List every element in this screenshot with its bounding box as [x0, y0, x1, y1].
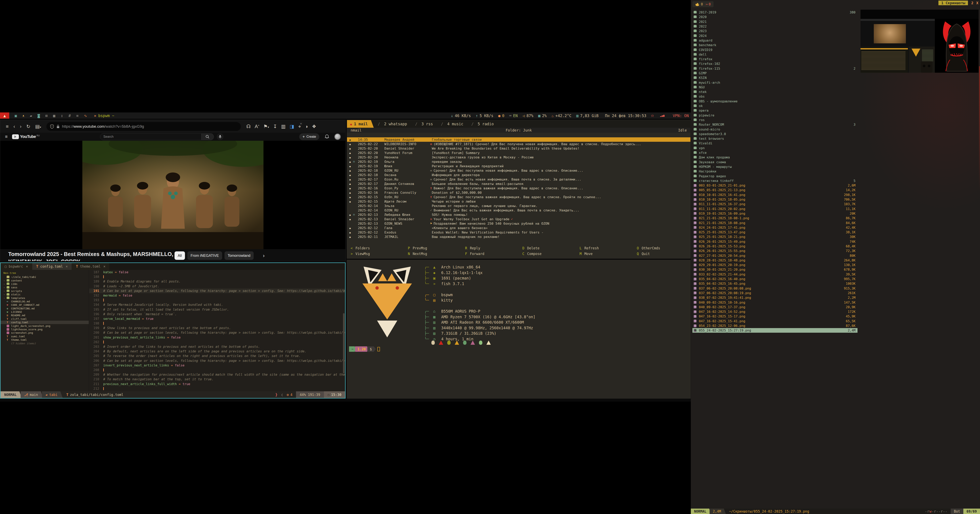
- code-line[interactable]: 189# Enable Mermaid diagrams for all pos…: [89, 279, 345, 284]
- code-line[interactable]: 187katex = false: [89, 270, 345, 274]
- youtube-menu-icon[interactable]: ≡: [5, 134, 8, 139]
- file-entry[interactable]: 2024: [692, 33, 858, 38]
- chips-more-icon[interactable]: ›: [263, 253, 265, 259]
- code-line[interactable]: 200# Can be set at page or section level…: [89, 330, 345, 335]
- tree-item[interactable]: ~/zola_tabi/tabi: [1, 275, 89, 278]
- tree-item[interactable]: light_dark_screenshot.png: [1, 324, 89, 328]
- help-key[interactable]: N: [408, 251, 413, 256]
- file-entry[interactable]: mywifi-arch: [692, 80, 858, 85]
- code-line[interactable]: 191# Can be set at page or section level…: [89, 288, 345, 293]
- email-row[interactable]: 2025-02-18 Оксана Информация для директо…: [347, 173, 690, 177]
- email-row[interactable]: 2025-02-16 Ozon_Py ❢ Важно! Для Вас пост…: [347, 186, 690, 190]
- code-line[interactable]: 207invert_previous_next_article_links = …: [89, 363, 345, 368]
- file-entry[interactable]: 026_26-01-2025_15-55.png 72,3K: [692, 248, 858, 253]
- file-entry[interactable]: 035_04-02-2025_16-45.png 1003K: [692, 281, 858, 286]
- file-entry[interactable]: 010_10-01-2025_18-05.png 706,5K: [692, 197, 858, 202]
- launcher-icon[interactable]: ▰: [30, 113, 32, 118]
- email-row[interactable]: 2025-02-11 JETMAIL Ваш надежный подрядчи…: [347, 234, 690, 239]
- file-entry[interactable]: xfce: [692, 150, 858, 155]
- tree-item[interactable]: README.md: [1, 313, 89, 317]
- email-row[interactable]: 2025-02-13 OZON_NEWS ⚑ Поздравляем! Вам …: [347, 221, 690, 226]
- file-entry[interactable]: benchmark: [692, 43, 858, 48]
- file-entry[interactable]: 027_27-01-2025_20-54.png 80K: [692, 253, 858, 258]
- launcher-icon[interactable]: ◙: [38, 113, 40, 118]
- launcher-icon[interactable]: ▣: [15, 113, 17, 118]
- file-entry[interactable]: 019_19-01-2025_16-09.png 20K: [692, 211, 858, 216]
- email-row[interactable]: 2025-02-15 OzOn_RU ❢ Срочно! Для Вас пос…: [347, 195, 690, 199]
- help-key[interactable]: Q: [637, 251, 642, 256]
- shell-prompt[interactable]: ~ 1.20 $: [349, 346, 380, 352]
- expand-arrow-icon[interactable]: ›: [3, 290, 6, 293]
- close-buffer-icon[interactable]: ×: [103, 264, 105, 269]
- email-row[interactable]: 2025-02-12 Exodus Exodus Wallet: New Ver…: [347, 230, 690, 234]
- tree-item[interactable]: › sass: [1, 286, 89, 289]
- email-row[interactable]: 2025-02-17 Даниил Сотников Большое обнов…: [347, 181, 690, 186]
- darkreader-icon[interactable]: ◑: [305, 124, 308, 129]
- file-entry[interactable]: opera: [692, 108, 858, 113]
- email-row[interactable]: 2025-02-13 Daniel Shnaider ⚒ Your Warmy …: [347, 217, 690, 221]
- chip[interactable]: All: [175, 251, 185, 260]
- file-entry[interactable]: 010_10-01-2025_16-41.png 298,1K: [692, 193, 858, 197]
- email-row[interactable]: 2025-02-16 Frances Connolly Donation of …: [347, 190, 690, 195]
- video-title[interactable]: Tomorrowland 2025 - Best Remixes & Mashu…: [8, 251, 173, 261]
- launcher-icon[interactable]: ▩: [53, 113, 55, 118]
- launcher-icon[interactable]: ∿: [84, 113, 87, 118]
- email-row[interactable]: 14:35 Медведев Андрей Глобальные торговы…: [347, 137, 690, 142]
- bookmark-icon[interactable]: ⚑▾: [263, 124, 269, 129]
- code-line[interactable]: 188: [89, 274, 345, 279]
- email-row[interactable]: 2025-02-15 Идите Лесом Четыре истории о …: [347, 199, 690, 204]
- buffer-tab[interactable]: theme.toml ×: [72, 263, 110, 270]
- workspace-label[interactable]: bspwm ~: [98, 113, 114, 118]
- file-entry[interactable]: 028_28-01-2025_18-48.png 264,8K: [692, 258, 858, 263]
- file-entry[interactable]: firefox-102: [692, 61, 858, 66]
- reload-icon[interactable]: ↻: [26, 124, 30, 129]
- close-buffer-icon[interactable]: ×: [26, 264, 28, 269]
- expand-arrow-icon[interactable]: ›: [3, 279, 6, 282]
- file-entry[interactable]: 026_26-01-2025_15-53.png 68,4K: [692, 244, 858, 248]
- avatar[interactable]: [334, 134, 340, 140]
- tree-item[interactable]: screenshot.png: [1, 331, 89, 334]
- file-entry[interactable]: 047_16-02-2025_15-41.png 65,5K: [692, 319, 858, 323]
- library-icon[interactable]: ▥: [281, 124, 286, 129]
- tree-item[interactable]: › i18n: [1, 282, 89, 286]
- file-entry[interactable]: OBS - шумоподавление: [692, 99, 858, 103]
- help-key[interactable]: R: [465, 245, 470, 251]
- extensions-icon[interactable]: ❖: [312, 124, 316, 129]
- file-entry[interactable]: ok: [692, 103, 858, 108]
- code-editor[interactable]: 187katex = false 188 189# Enable Mermaid…: [89, 270, 345, 391]
- file-entry[interactable]: 2023: [692, 29, 858, 33]
- launcher-icon[interactable]: ⊞: [45, 113, 48, 118]
- file-entry[interactable]: obs: [692, 94, 858, 99]
- tree-item[interactable]: sumi.toml: [1, 335, 89, 338]
- code-line[interactable]: 190# Loads ~2.5MB of JavaScript.: [89, 284, 345, 288]
- scrollbar-thumb[interactable]: [343, 313, 345, 374]
- file-entry[interactable]: 029_29-01-2025_20-19.png 130,1K: [692, 263, 858, 267]
- launcher-icon[interactable]: ≡: [76, 113, 78, 118]
- shield-icon[interactable]: [50, 124, 54, 129]
- email-row[interactable]: 2025-02-14 Эльза Реклама от первого лица…: [347, 204, 690, 208]
- launcher-icon[interactable]: ᴥ: [22, 113, 24, 118]
- tree-item[interactable]: config.toml: [1, 321, 89, 324]
- diagnostics-count[interactable]: ⚙4: [283, 391, 296, 398]
- file-entry[interactable]: sound-micro: [692, 127, 858, 132]
- terminal-tab[interactable]: 5 radio: [467, 120, 498, 128]
- search-button[interactable]: [201, 133, 214, 140]
- file-entry[interactable]: test browsers: [692, 136, 858, 141]
- code-line[interactable]: 211previous_next_article_links_full_widt…: [89, 382, 345, 386]
- file-path[interactable]: ~/Скриншоты/055_24-02-2025_15:27:19.png: [726, 509, 921, 514]
- file-entry[interactable]: 040_09-02-2025_10-16.png 147,5K: [692, 300, 858, 305]
- help-key[interactable]: >: [351, 251, 355, 256]
- file-entry[interactable]: 037_06-02-2025_20:08:08.png 915,3K: [692, 286, 858, 291]
- close-buffer-icon[interactable]: ×: [66, 264, 68, 269]
- terminal-tab[interactable]: 3 rss: [411, 120, 437, 128]
- file-entry[interactable]: 047_16-02-2025_15-17.png 45,9K: [692, 314, 858, 319]
- expand-arrow-icon[interactable]: ›: [3, 283, 6, 285]
- tree-item[interactable]: › static: [1, 293, 89, 296]
- code-line[interactable]: 208: [89, 368, 345, 372]
- tree-item[interactable]: theme.toml: [1, 338, 89, 342]
- translate-icon[interactable]: A×: [255, 124, 259, 129]
- file-entry[interactable]: Дом клик продажа: [692, 155, 858, 160]
- voice-search-button[interactable]: [217, 133, 224, 140]
- email-row[interactable]: 2025-02-13 Лебедева Юлия SOS! Нужна помо…: [347, 212, 690, 217]
- help-key[interactable]: D: [522, 245, 527, 251]
